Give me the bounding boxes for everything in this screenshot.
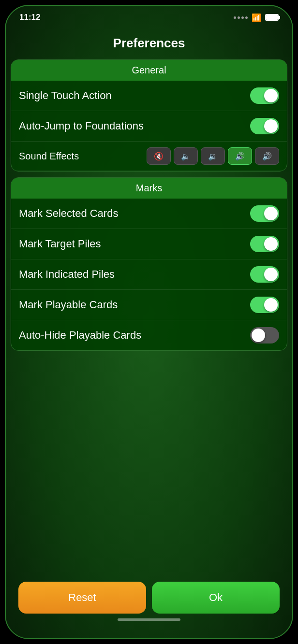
battery-icon	[265, 14, 279, 21]
home-indicator	[118, 618, 180, 621]
sound-btn-max[interactable]: 🔊	[255, 147, 279, 165]
phone-frame: 11:12 📶 Preferences General Single Touch…	[5, 5, 293, 639]
marks-header: Marks	[11, 178, 287, 199]
mark-playable-toggle[interactable]	[250, 297, 279, 313]
sound-btn-low[interactable]: 🔈	[174, 147, 198, 165]
reset-button[interactable]: Reset	[18, 582, 146, 614]
low-icon: 🔈	[181, 152, 191, 161]
marks-section: Marks Mark Selected Cards Mark Target Pi…	[11, 177, 287, 351]
signal-icon	[234, 16, 248, 19]
auto-hide-toggle[interactable]	[250, 327, 279, 343]
general-header: General	[11, 60, 287, 81]
status-bar: 11:12 📶	[6, 6, 292, 25]
status-bar-right: 📶	[234, 13, 279, 22]
auto-hide-row: Auto-Hide Playable Cards	[11, 320, 287, 350]
mark-indicated-label: Mark Indicated Piles	[19, 268, 115, 281]
auto-jump-label: Auto-Jump to Foundations	[19, 120, 144, 132]
page-title: Preferences	[11, 29, 287, 59]
ok-button[interactable]: Ok	[152, 582, 280, 614]
mark-indicated-row: Mark Indicated Piles	[11, 259, 287, 290]
mark-selected-row: Mark Selected Cards	[11, 199, 287, 229]
bottom-buttons: Reset Ok	[11, 582, 287, 614]
sound-btn-medium[interactable]: 🔉	[201, 147, 225, 165]
max-icon: 🔊	[262, 152, 272, 161]
sections-wrap: General Single Touch Action Auto-Jump to…	[11, 59, 287, 351]
bottom-area: Reset Ok	[11, 351, 287, 634]
high-icon: 🔊	[235, 152, 245, 161]
mark-target-toggle[interactable]	[250, 236, 279, 252]
sound-effects-label: Sound Effects	[19, 151, 79, 162]
single-touch-toggle[interactable]	[250, 87, 279, 104]
medium-icon: 🔉	[208, 152, 218, 161]
mark-playable-row: Mark Playable Cards	[11, 290, 287, 320]
mute-icon: 🔇	[154, 152, 164, 161]
auto-jump-row: Auto-Jump to Foundations	[11, 111, 287, 142]
mark-selected-label: Mark Selected Cards	[19, 207, 118, 220]
general-section: General Single Touch Action Auto-Jump to…	[11, 59, 287, 172]
mark-indicated-toggle[interactable]	[250, 266, 279, 283]
auto-jump-toggle[interactable]	[250, 118, 279, 134]
wifi-icon: 📶	[252, 13, 261, 22]
sound-btn-high[interactable]: 🔊	[228, 147, 252, 165]
sound-buttons: 🔇 🔈 🔉 🔊 🔊	[147, 147, 279, 165]
sound-effects-row: Sound Effects 🔇 🔈 🔉 🔊	[11, 142, 287, 171]
auto-hide-label: Auto-Hide Playable Cards	[19, 329, 141, 342]
content: Preferences General Single Touch Action …	[6, 25, 292, 638]
mark-target-row: Mark Target Piles	[11, 229, 287, 259]
mark-target-label: Mark Target Piles	[19, 238, 101, 250]
mark-playable-label: Mark Playable Cards	[19, 299, 118, 311]
single-touch-row: Single Touch Action	[11, 81, 287, 111]
mark-selected-toggle[interactable]	[250, 205, 279, 222]
sound-btn-mute[interactable]: 🔇	[147, 147, 171, 165]
time: 11:12	[19, 13, 40, 22]
single-touch-label: Single Touch Action	[19, 89, 112, 102]
